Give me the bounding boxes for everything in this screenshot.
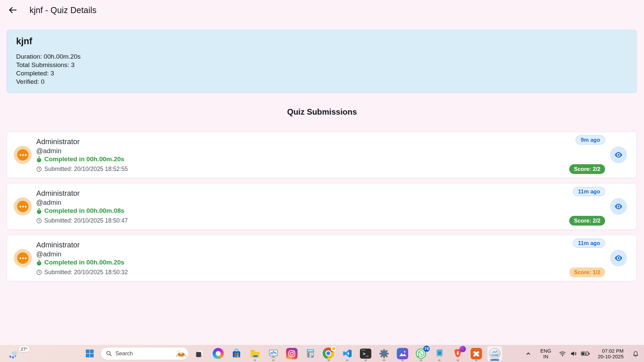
notepad-button[interactable]	[432, 346, 447, 361]
chrome-icon	[323, 348, 335, 360]
submitted-text: Submitted: 20/10/2025 18:52:55	[44, 166, 128, 173]
system-tray: ENG IN 07:02 PM 20-10-2025	[523, 345, 641, 362]
start-button[interactable]	[82, 346, 97, 361]
quick-settings-button[interactable]	[557, 350, 591, 358]
settings-button[interactable]	[377, 346, 391, 361]
completed-text: Completed in 00h.00m.08s	[44, 207, 124, 215]
completed-row: Completed in 00h.00m.20s	[36, 155, 569, 163]
time-ago-badge: 11m ago	[573, 239, 605, 248]
windows-taskbar: 27° Search	[0, 345, 644, 362]
calculator-icon	[305, 348, 316, 359]
page-title: kjnf - Quiz Details	[30, 5, 97, 15]
view-submission-button[interactable]	[610, 146, 627, 163]
eye-icon	[614, 202, 623, 211]
time-ago-badge: 9m ago	[576, 135, 605, 144]
copilot-icon	[213, 348, 224, 359]
submission-card: Administrator @admin Completed in 00h.00…	[7, 235, 637, 281]
taskbar-weather-widget[interactable]: 27°	[5, 346, 30, 361]
microsoft-store-icon	[231, 348, 242, 359]
whatsapp-icon: 74	[415, 348, 427, 360]
whatsapp-notification-badge: 74	[423, 346, 430, 352]
quiz-app-taskbar-button[interactable]: CODE	[487, 346, 502, 361]
whatsapp-button[interactable]: 74	[414, 346, 428, 361]
tray-time: 07:02 PM	[598, 348, 624, 354]
submission-info: Administrator @admin Completed in 00h.00…	[36, 240, 569, 276]
chrome-profile-badge	[331, 346, 336, 352]
show-hidden-icons-button[interactable]	[523, 347, 534, 360]
brave-overlay-badge	[460, 346, 466, 352]
completed-text: Completed in 00h.00m.20s	[44, 155, 124, 163]
view-submission-button[interactable]	[610, 250, 627, 266]
view-submission-button[interactable]	[610, 198, 627, 215]
tray-date: 20-10-2025	[598, 354, 624, 359]
quiz-total-submissions: Total Submissions: 3	[16, 61, 627, 69]
language-indicator[interactable]: ENG IN	[539, 347, 553, 360]
brave-button[interactable]	[450, 346, 465, 361]
time-ago-badge: 11m ago	[573, 187, 605, 196]
xampp-button[interactable]	[469, 346, 484, 361]
stopwatch-icon	[36, 156, 42, 163]
submitter-username: @admin	[36, 146, 569, 155]
quiz-duration: Duration: 00h.00m.20s	[16, 52, 627, 61]
submitted-row: Submitted: 20/10/2025 18:52:55	[36, 166, 569, 173]
avatar-dots	[17, 252, 29, 264]
chrome-button[interactable]	[321, 346, 336, 361]
badge-column: 11m ago Score: 1/2	[569, 235, 605, 281]
score-badge: Score: 2/2	[569, 216, 605, 226]
xampp-icon	[471, 348, 482, 359]
microsoft-store-button[interactable]	[229, 346, 244, 361]
score-badge: Score: 2/2	[569, 164, 605, 174]
search-placeholder: Search	[115, 350, 133, 357]
submitted-text: Submitted: 20/10/2025 18:50:47	[44, 217, 128, 224]
windows-logo-icon	[85, 348, 95, 359]
eye-icon	[614, 253, 623, 263]
code-app-label: CODE	[491, 354, 498, 356]
file-explorer-button[interactable]	[248, 346, 262, 361]
language-line1: ENG	[540, 348, 551, 354]
code-app-icon: CODE	[489, 348, 500, 359]
submitter-name: Administrator	[36, 137, 569, 146]
clock-icon	[36, 218, 42, 224]
submitter-name: Administrator	[36, 189, 569, 198]
copilot-button[interactable]	[211, 346, 225, 361]
vscode-button[interactable]	[340, 346, 355, 361]
submitted-row: Submitted: 20/10/2025 18:50:47	[36, 217, 569, 224]
submitter-username: @admin	[36, 250, 569, 258]
speaker-icon	[570, 350, 577, 357]
submissions-list: Administrator @admin Completed in 00h.00…	[7, 132, 637, 281]
stopwatch-icon	[36, 259, 42, 266]
submission-card: Administrator @admin Completed in 00h.00…	[7, 132, 637, 178]
battery-charging-icon	[581, 351, 590, 356]
terminal-button[interactable]: >_	[358, 346, 373, 361]
task-manager-icon	[268, 348, 279, 359]
brave-icon	[452, 348, 464, 359]
back-button[interactable]	[6, 3, 19, 17]
calculator-button[interactable]	[303, 346, 318, 361]
avatar	[14, 249, 32, 267]
language-line2: IN	[540, 354, 551, 359]
vscode-icon	[342, 348, 353, 359]
task-view-button[interactable]	[192, 346, 207, 361]
clock-icon	[36, 269, 42, 275]
photos-button[interactable]	[395, 346, 410, 361]
quiz-name: kjnf	[16, 36, 627, 47]
avatar-dots	[17, 201, 29, 212]
terminal-icon: >_	[360, 349, 371, 359]
completed-row: Completed in 00h.00m.08s	[36, 207, 569, 215]
stopwatch-icon	[36, 208, 42, 214]
badge-column: 9m ago Score: 2/2	[569, 132, 605, 178]
quiz-info-card: kjnf Duration: 00h.00m.20s Total Submiss…	[7, 30, 637, 93]
submission-info: Administrator @admin Completed in 00h.00…	[36, 137, 569, 173]
task-manager-button[interactable]	[266, 346, 281, 361]
clock-date-button[interactable]: 07:02 PM 20-10-2025	[596, 347, 625, 360]
app-header: kjnf - Quiz Details	[0, 0, 644, 20]
submission-info: Administrator @admin Completed in 00h.00…	[36, 189, 569, 224]
badge-column: 11m ago Score: 2/2	[569, 184, 605, 229]
notepad-icon	[434, 348, 445, 359]
submitted-row: Submitted: 20/10/2025 18:50:32	[36, 269, 569, 276]
search-input[interactable]: Search	[101, 347, 189, 360]
instagram-button[interactable]	[284, 346, 299, 361]
submitter-username: @admin	[36, 198, 569, 207]
notification-center-button[interactable]	[630, 347, 641, 360]
temperature-label: 27°	[19, 346, 30, 352]
